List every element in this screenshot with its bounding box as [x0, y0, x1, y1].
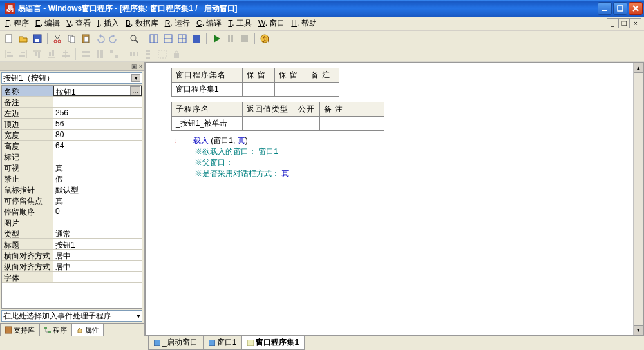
property-value[interactable]: [53, 97, 142, 107]
open-icon[interactable]: [17, 32, 30, 45]
property-row[interactable]: 横向对齐方式居中: [2, 250, 142, 261]
property-row[interactable]: 图片: [2, 217, 142, 228]
mdi-minimize-button[interactable]: _: [607, 18, 618, 28]
property-grid[interactable]: 名称按钮1…备注左边256顶边56宽度80高度64标记可视真禁止假鼠标指针默认型…: [1, 85, 142, 309]
property-value[interactable]: 按钮1: [53, 239, 142, 249]
code-editor[interactable]: 窗口程序集名 保 留 保 留 备 注 窗口程序集1 子程序名 返回值类型: [145, 62, 644, 336]
space-h-icon[interactable]: [128, 48, 140, 61]
mdi-restore-button[interactable]: ❐: [618, 18, 630, 28]
property-row[interactable]: 可视真: [2, 162, 142, 173]
property-value[interactable]: 0: [53, 206, 142, 217]
property-value[interactable]: 居中: [53, 261, 142, 271]
menu-window[interactable]: W. 窗口: [256, 17, 287, 30]
menu-view[interactable]: V. 查看: [64, 17, 93, 30]
new-icon[interactable]: [3, 32, 15, 45]
property-row[interactable]: 左边256: [2, 108, 142, 119]
property-row[interactable]: 类型通常: [2, 228, 142, 239]
layout4-icon[interactable]: [190, 32, 203, 45]
layout3-icon[interactable]: [176, 32, 189, 45]
table-row[interactable]: 窗口程序集1: [172, 83, 339, 97]
property-row[interactable]: 标记: [2, 151, 142, 162]
same-height-icon[interactable]: [93, 48, 106, 61]
property-row[interactable]: 可停留焦点真: [2, 195, 142, 206]
property-value[interactable]: 默认型: [53, 184, 142, 195]
align-right-icon[interactable]: [17, 48, 30, 61]
tab-program-set1[interactable]: 窗口程序集1: [242, 336, 305, 350]
event-selector[interactable]: 在此处选择加入事件处理子程序 ▾: [1, 310, 142, 322]
knowledge-icon[interactable]: 知: [258, 32, 271, 45]
property-value[interactable]: [53, 151, 142, 162]
find-icon[interactable]: [128, 32, 140, 45]
property-row[interactable]: 标题按钮1: [2, 239, 142, 250]
property-value[interactable]: 假: [53, 173, 142, 184]
property-value[interactable]: 56: [53, 119, 142, 129]
close-button[interactable]: [629, 2, 643, 15]
property-value[interactable]: 通常: [53, 228, 142, 238]
property-row[interactable]: 顶边56: [2, 119, 142, 130]
property-row[interactable]: 备注: [2, 97, 142, 108]
cut-icon[interactable]: [51, 32, 64, 45]
same-width-icon[interactable]: [79, 48, 92, 61]
stop-icon[interactable]: [238, 32, 251, 45]
maximize-button[interactable]: [613, 2, 627, 15]
tab-support-lib[interactable]: 支持库: [0, 324, 39, 336]
code-line[interactable]: 载入 (窗口1, 真): [193, 135, 248, 146]
tab-start-window[interactable]: _启动窗口: [148, 336, 204, 350]
align-left-icon[interactable]: [3, 48, 15, 61]
menu-database[interactable]: B. 数据库: [123, 17, 161, 30]
menu-insert[interactable]: I. 插入: [95, 17, 122, 30]
menu-tools[interactable]: T. 工具: [225, 17, 254, 30]
property-row[interactable]: 停留顺序0: [2, 206, 142, 217]
menu-run[interactable]: R. 运行: [162, 17, 193, 30]
minimize-button[interactable]: [598, 2, 612, 15]
property-row[interactable]: 宽度80: [2, 130, 142, 141]
property-row[interactable]: 高度64: [2, 141, 142, 151]
scroll-down-icon[interactable]: ▾: [634, 325, 643, 335]
run-icon[interactable]: [210, 32, 223, 45]
property-row[interactable]: 纵向对齐方式居中: [2, 261, 142, 272]
group-icon[interactable]: [156, 48, 169, 61]
copy-icon[interactable]: [65, 32, 78, 45]
menu-compile[interactable]: C. 编译: [194, 17, 224, 30]
layout1-icon[interactable]: [147, 32, 160, 45]
save-icon[interactable]: [31, 32, 44, 45]
redo-icon[interactable]: [108, 32, 120, 45]
pause-icon[interactable]: [224, 32, 237, 45]
menu-edit[interactable]: E. 编辑: [33, 17, 63, 30]
panel-pin-icon[interactable]: ▣ ×: [131, 63, 142, 70]
property-row[interactable]: 名称按钮1…: [2, 86, 142, 97]
align-top-icon[interactable]: [31, 48, 44, 61]
mdi-close-button[interactable]: ×: [630, 18, 641, 28]
property-row[interactable]: 禁止假: [2, 173, 142, 184]
align-bottom-icon[interactable]: [45, 48, 58, 61]
tab-program[interactable]: 程序: [39, 324, 71, 336]
vertical-scrollbar[interactable]: ▴ ▾: [633, 63, 643, 335]
paste-icon[interactable]: [79, 32, 92, 45]
property-value[interactable]: 256: [53, 108, 142, 118]
menu-program[interactable]: F. 程序: [3, 17, 32, 30]
tab-window1[interactable]: 窗口1: [203, 336, 243, 350]
tab-properties[interactable]: 属性: [71, 324, 104, 336]
property-value[interactable]: 真: [53, 162, 142, 173]
layout2-icon[interactable]: [162, 32, 175, 45]
object-selector[interactable]: 按钮1（按钮） ▾: [1, 72, 142, 84]
property-value[interactable]: 居中: [53, 250, 142, 260]
ellipsis-button[interactable]: …: [130, 86, 140, 95]
property-value[interactable]: 真: [53, 195, 142, 206]
scroll-up-icon[interactable]: ▴: [634, 63, 643, 73]
fold-icon[interactable]: —: [182, 135, 189, 146]
undo-icon[interactable]: [93, 32, 106, 45]
center-h-icon[interactable]: [59, 48, 72, 61]
property-value[interactable]: [53, 217, 142, 228]
table-row[interactable]: _按钮1_被单击: [172, 117, 384, 131]
property-value[interactable]: 80: [53, 130, 142, 140]
space-v-icon[interactable]: [142, 48, 155, 61]
property-value[interactable]: 64: [53, 141, 142, 151]
menu-help[interactable]: H. 帮助: [289, 17, 319, 30]
lock-icon[interactable]: [170, 48, 183, 61]
property-value[interactable]: 按钮1…: [53, 86, 142, 96]
property-row[interactable]: 字体: [2, 272, 142, 283]
scroll-track[interactable]: [634, 73, 643, 325]
property-row[interactable]: 鼠标指针默认型: [2, 184, 142, 195]
property-value[interactable]: [53, 272, 142, 282]
